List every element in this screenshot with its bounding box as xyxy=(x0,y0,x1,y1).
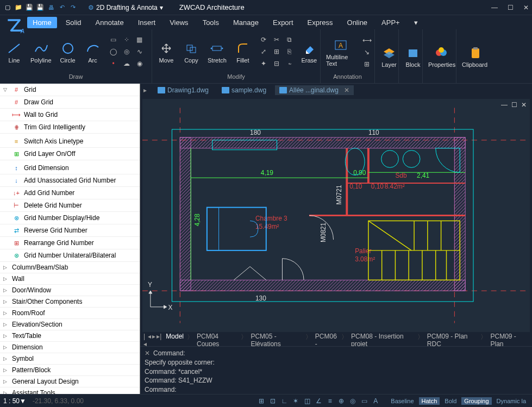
new-icon[interactable]: ▢ xyxy=(3,3,12,12)
side-item[interactable]: ⋕Trim Gird Intelligently xyxy=(0,121,140,134)
tool-properties[interactable]: Properties xyxy=(425,44,459,69)
tool-copy[interactable]: Copy xyxy=(179,40,203,65)
hatch-icon[interactable]: ▦ xyxy=(134,35,145,45)
break-icon[interactable]: ⊟ xyxy=(271,59,282,68)
side-item[interactable]: ⊢Delete Grid Number xyxy=(0,199,140,212)
tool-clipboard[interactable]: Clipboard xyxy=(459,44,491,69)
array-icon[interactable]: ⊞ xyxy=(271,47,282,57)
menu-tab-tools[interactable]: Tools xyxy=(197,17,224,28)
menu-tab-annotate[interactable]: Annotate xyxy=(90,17,129,28)
rect-icon[interactable]: ▭ xyxy=(108,35,119,45)
doc-tab[interactable]: Allée ...ginal.dwg✕ xyxy=(275,85,354,95)
layout-tab[interactable]: PCM08 - Insertion projet xyxy=(349,333,416,348)
side-item[interactable]: ↓Add Unassociated Grid Number xyxy=(0,174,140,187)
tool-line[interactable]: Line xyxy=(2,40,26,65)
target-icon[interactable]: ◎ xyxy=(121,47,132,57)
side-item[interactable]: ▷Elevation/Section xyxy=(0,319,140,330)
tool-stretch[interactable]: Stretch xyxy=(204,40,230,65)
plot-icon[interactable]: 🖶 xyxy=(47,3,55,12)
tool-fillet[interactable]: Fillet xyxy=(231,40,255,65)
side-item[interactable]: ↕Grid Dimension xyxy=(0,162,140,174)
command-line[interactable]: ✕Command: Specify opposite corner: Comma… xyxy=(140,346,532,394)
side-item[interactable]: ⊞Rearrange Grid Number xyxy=(0,237,140,249)
model-mode-icon[interactable]: ▭ xyxy=(359,397,369,405)
side-item[interactable]: ↓+Add Grid Number xyxy=(0,187,140,199)
scale-display[interactable]: 1 : 50▼ xyxy=(3,397,26,405)
rotate-icon[interactable]: ⟳ xyxy=(258,35,269,45)
trim-icon[interactable]: ✂ xyxy=(271,35,282,45)
side-item[interactable]: ▷Symbol xyxy=(0,353,140,365)
side-item[interactable]: ▷Wall xyxy=(0,273,140,285)
tab-close-icon[interactable]: ✕ xyxy=(344,86,349,94)
layout-tab[interactable]: PCM05 - Elévations xyxy=(248,333,304,348)
dim-icon[interactable]: ⟷ xyxy=(361,35,372,45)
drawing-canvas[interactable]: — ☐ ✕ xyxy=(142,99,530,332)
side-item[interactable]: ⊗Grid Number Display/Hide xyxy=(0,212,140,224)
side-item[interactable]: ▽#Grid xyxy=(0,84,140,96)
doc-tab[interactable]: Drawing1.dwg xyxy=(153,85,213,95)
side-item[interactable]: ▷Pattern/Block xyxy=(0,365,140,376)
side-item[interactable]: ⊞Grid Layer On/Off xyxy=(0,148,140,160)
side-item[interactable]: ▷Stair/Other Components xyxy=(0,296,140,308)
dots-icon[interactable]: ⁘ xyxy=(121,35,132,45)
otrack-mode-icon[interactable]: ∠ xyxy=(314,397,323,405)
leader-icon[interactable]: ↘ xyxy=(361,47,372,57)
side-item[interactable]: ⟼Wall to Grid xyxy=(0,109,140,121)
grid-mode-icon[interactable]: ⊞ xyxy=(256,397,266,405)
side-item[interactable]: ≡Switch Axis Linetype xyxy=(0,135,140,148)
spline-icon[interactable]: ∿ xyxy=(134,47,145,57)
status-toggle-hatch[interactable]: Hatch xyxy=(419,397,440,405)
tool-mtext[interactable]: AMultiline Text xyxy=(323,36,358,68)
minimize-button[interactable]: — xyxy=(491,4,498,11)
side-item[interactable]: ▷Door/Window xyxy=(0,285,140,296)
side-item[interactable]: ▷Dimension xyxy=(0,342,140,353)
status-toggle-grouping[interactable]: Grouping xyxy=(461,397,491,405)
tool-block[interactable]: Block xyxy=(401,44,425,69)
menu-tab-views[interactable]: Views xyxy=(164,17,193,28)
dyn-mode-icon[interactable]: ⊕ xyxy=(336,397,346,405)
side-item[interactable]: ▷Room/Roof xyxy=(0,308,140,319)
tool-erase[interactable]: Erase xyxy=(297,40,321,65)
side-item[interactable]: ▷Text/Table xyxy=(0,330,140,342)
layout-tab[interactable]: PCM09 - Plan RDC xyxy=(425,333,480,348)
snap-mode-icon[interactable]: ⊡ xyxy=(268,397,278,405)
layout-tab[interactable]: PCM09 - Plan xyxy=(488,333,529,348)
tool-polyline[interactable]: Polyline xyxy=(27,40,55,65)
child-max-icon[interactable]: ☐ xyxy=(510,101,518,109)
layout-tab[interactable]: PCM06 - xyxy=(313,333,340,348)
workspace-selector[interactable]: ⚙ 2D Drafting & Annota ▾ xyxy=(88,4,163,11)
layout-next-icon[interactable]: ▸ xyxy=(152,333,155,348)
cycle-mode-icon[interactable]: ◎ xyxy=(348,397,358,405)
donut-icon[interactable]: ◉ xyxy=(134,59,145,68)
menu-tab-home[interactable]: Home xyxy=(27,17,57,28)
explode-icon[interactable]: ✦ xyxy=(258,59,269,68)
side-item[interactable]: ▷Assistant Tools xyxy=(0,387,140,394)
layout-prev-icon[interactable]: ◂ xyxy=(148,333,151,348)
side-item[interactable]: ⊗Grid Number Unilateral/Bilateral xyxy=(0,249,140,262)
menu-tab-solid[interactable]: Solid xyxy=(60,17,87,28)
ortho-mode-icon[interactable]: ∟ xyxy=(279,397,289,405)
tab-add-icon[interactable]: ▸ xyxy=(143,86,147,94)
side-item[interactable]: ▷Column/Beam/Slab xyxy=(0,262,140,273)
tool-circle[interactable]: Circle xyxy=(56,40,80,65)
open-icon[interactable]: 📁 xyxy=(14,3,23,12)
menu-tab-online[interactable]: Online xyxy=(342,17,373,28)
mirror-icon[interactable]: ⧉ xyxy=(284,35,295,45)
layout-first-icon[interactable]: |◂ xyxy=(143,333,147,348)
save-icon[interactable]: 💾 xyxy=(25,3,34,12)
layout-tab[interactable]: Model xyxy=(164,333,186,348)
revcloud-icon[interactable]: ☁ xyxy=(121,59,132,68)
menu-tab-export[interactable]: Export xyxy=(267,17,299,28)
redo-icon[interactable]: ↷ xyxy=(68,3,77,12)
menu-tab-insert[interactable]: Insert xyxy=(133,17,161,28)
status-toggle-dynamic la[interactable]: Dynamic la xyxy=(494,397,529,405)
side-item[interactable]: ▷General Layout Design xyxy=(0,376,140,387)
scale-icon[interactable]: ⤢ xyxy=(258,47,269,57)
point-icon[interactable]: • xyxy=(108,59,119,68)
tool-arc[interactable]: Arc xyxy=(81,40,105,65)
side-item[interactable]: #Draw Grid xyxy=(0,96,140,109)
menu-tab-manage[interactable]: Manage xyxy=(228,17,264,28)
child-close-icon[interactable]: ✕ xyxy=(520,101,528,109)
join-icon[interactable]: ⧜ xyxy=(284,59,295,68)
doc-tab[interactable]: sample.dwg xyxy=(217,85,271,95)
